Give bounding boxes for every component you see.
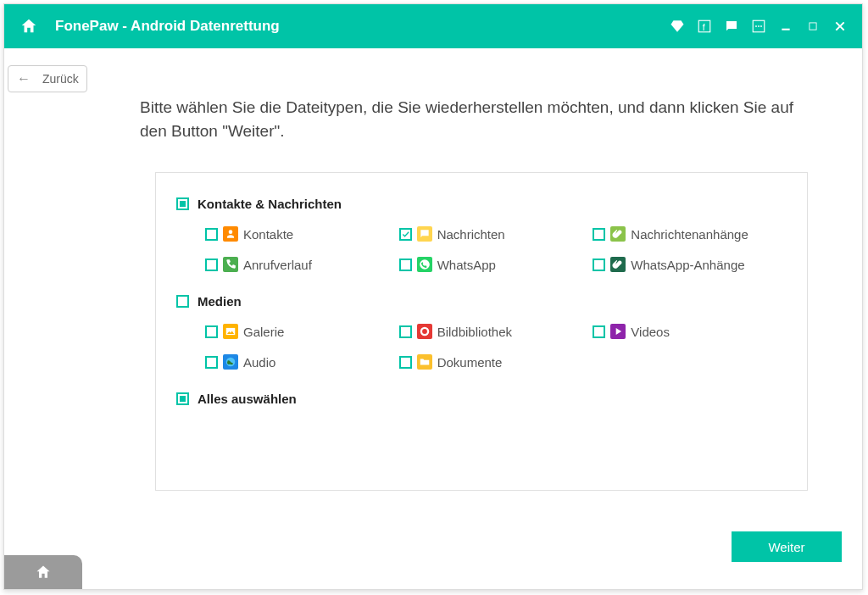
filetype-label: Kontakte	[243, 227, 293, 242]
play-icon	[610, 324, 626, 339]
checkbox-bildbib[interactable]	[399, 325, 412, 338]
filetype-label: Nachrichten	[437, 227, 505, 242]
attach-icon	[610, 226, 626, 242]
arrow-left-icon: ←	[17, 71, 31, 86]
checkbox-select-all[interactable]	[176, 392, 189, 405]
section-select-all[interactable]: Alles auswählen	[176, 392, 787, 406]
app-title: FonePaw - Android Datenrettung	[55, 18, 280, 35]
back-button[interactable]: ← Zurück	[8, 65, 87, 92]
filetype-label: WhatsApp	[437, 258, 496, 272]
next-button[interactable]: Weiter	[732, 531, 842, 562]
select-all-label: Alles auswählen	[198, 392, 297, 406]
phone-icon	[223, 257, 238, 272]
filetype-item-bildbib[interactable]: Bildbibliothek	[399, 324, 593, 339]
filetype-item-videos[interactable]: Videos	[593, 324, 787, 339]
svg-point-4	[758, 25, 760, 27]
filetype-item-whatsapp[interactable]: WhatsApp	[399, 257, 593, 272]
checkbox-videos[interactable]	[593, 325, 605, 338]
app-window: FonePaw - Android Datenrettung f ← Zurüc…	[3, 3, 863, 590]
checkbox-anruf[interactable]	[205, 259, 218, 271]
checkbox-wa_anhang[interactable]	[593, 259, 605, 271]
maximize-button[interactable]	[801, 14, 825, 38]
instruction-text: Bitte wählen Sie die Dateitypen, die Sie…	[140, 96, 811, 142]
media-grid: GalerieBildbibliothekVideosAudioDokument…	[176, 324, 787, 370]
checkbox-galerie[interactable]	[205, 325, 218, 338]
svg-text:f: f	[703, 22, 705, 32]
filetype-item-kontakte[interactable]: Kontakte	[205, 226, 399, 242]
folder-icon	[417, 354, 432, 370]
filetype-item-anruf[interactable]: Anrufverlauf	[205, 257, 399, 272]
image-icon	[223, 324, 238, 339]
filetype-label: WhatsApp-Anhänge	[631, 258, 744, 272]
file-type-panel: Kontakte & Nachrichten KontakteNachricht…	[155, 172, 808, 491]
section-media-label: Medien	[198, 294, 242, 309]
section-contacts-label: Kontakte & Nachrichten	[198, 197, 342, 211]
checkbox-anhang[interactable]	[593, 228, 605, 241]
facebook-icon[interactable]: f	[693, 14, 716, 38]
filetype-label: Videos	[631, 325, 670, 339]
filetype-item-anhang[interactable]: Nachrichtenanhänge	[593, 226, 787, 242]
checkbox-nachrichten[interactable]	[399, 228, 412, 241]
filetype-item-wa_anhang[interactable]: WhatsApp-Anhänge	[593, 257, 787, 272]
library-icon	[417, 324, 432, 339]
checkbox-whatsapp[interactable]	[399, 259, 412, 271]
filetype-item-audio[interactable]: Audio	[205, 354, 399, 370]
person-icon	[223, 226, 238, 242]
filetype-label: Dokumente	[437, 355, 503, 370]
attach-icon	[610, 257, 626, 272]
checkbox-dokumente[interactable]	[399, 356, 412, 369]
home-button[interactable]	[14, 12, 43, 41]
close-button[interactable]	[828, 14, 852, 38]
checkbox-contacts-section[interactable]	[176, 197, 189, 210]
titlebar: FonePaw - Android Datenrettung f	[4, 4, 862, 48]
svg-point-11	[422, 329, 427, 334]
whatsapp-icon	[417, 257, 432, 272]
svg-rect-6	[782, 29, 789, 31]
svg-point-5	[760, 25, 762, 27]
filetype-label: Anrufverlauf	[243, 258, 312, 272]
filetype-label: Bildbibliothek	[437, 325, 512, 339]
filetype-label: Galerie	[243, 325, 284, 339]
back-label: Zurück	[42, 72, 79, 86]
filetype-item-dokumente[interactable]: Dokumente	[399, 354, 593, 370]
svg-point-8	[420, 259, 430, 270]
filetype-item-galerie[interactable]: Galerie	[205, 324, 399, 339]
filetype-item-nachrichten[interactable]: Nachrichten	[399, 226, 593, 242]
checkbox-kontakte[interactable]	[205, 228, 218, 241]
diamond-icon[interactable]	[665, 14, 689, 38]
contacts-grid: KontakteNachrichtenNachrichtenanhängeAnr…	[176, 226, 787, 272]
filetype-label: Audio	[243, 355, 275, 370]
checkbox-audio[interactable]	[205, 356, 218, 369]
checkbox-media-section[interactable]	[176, 295, 189, 308]
footer-home-button[interactable]	[4, 555, 82, 589]
section-contacts-header[interactable]: Kontakte & Nachrichten	[176, 197, 787, 211]
more-icon[interactable]	[747, 14, 771, 38]
svg-rect-7	[810, 23, 816, 30]
next-label: Weiter	[768, 540, 804, 554]
minimize-button[interactable]	[774, 14, 798, 38]
filetype-label: Nachrichtenanhänge	[631, 227, 748, 242]
message-icon	[417, 226, 432, 242]
section-media-header[interactable]: Medien	[176, 294, 787, 309]
globe-icon	[223, 354, 238, 370]
feedback-icon[interactable]	[720, 14, 743, 38]
svg-point-3	[755, 25, 757, 27]
